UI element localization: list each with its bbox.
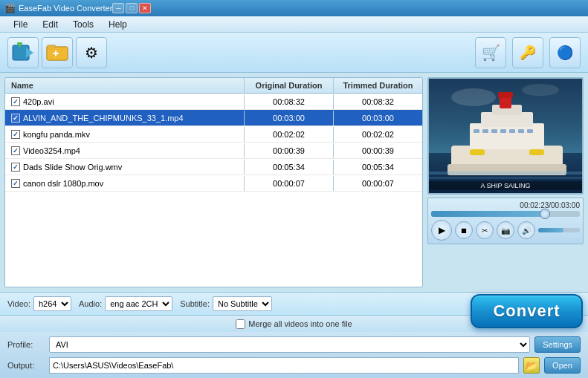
toolbar-left: ⚙ xyxy=(7,37,107,68)
file-checkbox[interactable] xyxy=(11,97,20,106)
file-trimmed-duration: 00:03:00 xyxy=(333,111,422,126)
progress-bar[interactable] xyxy=(431,211,580,217)
svg-rect-24 xyxy=(509,129,515,133)
file-checkbox[interactable] xyxy=(11,179,20,188)
file-checkbox[interactable] xyxy=(11,163,20,172)
capture-button[interactable]: 📷 xyxy=(497,221,514,239)
col-orig-header: Original Duration xyxy=(244,78,333,93)
video-preview: A SHIP SAILING xyxy=(427,77,584,195)
output-label: Output: xyxy=(7,361,45,370)
browse-folder-button[interactable]: 📂 xyxy=(523,357,540,374)
svg-rect-27 xyxy=(470,149,485,155)
svg-rect-25 xyxy=(518,129,524,133)
video-preview-bg: A SHIP SAILING xyxy=(429,79,582,193)
audio-option-label: Audio: xyxy=(79,299,102,308)
menu-tools[interactable]: Tools xyxy=(65,18,101,31)
svg-rect-26 xyxy=(527,129,533,133)
file-original-duration: 00:00:39 xyxy=(244,143,333,158)
file-list-body: 420p.avi 00:08:32 00:08:32 ALVIN_AND_THE… xyxy=(5,94,422,287)
add-folder-button[interactable] xyxy=(42,37,73,68)
stop-button[interactable]: ⏹ xyxy=(455,221,473,239)
video-overlay-text: A SHIP SAILING xyxy=(429,181,582,190)
menu-edit[interactable]: Edit xyxy=(35,18,65,31)
settings-button[interactable]: ⚙ xyxy=(76,37,107,68)
menu-file[interactable]: File xyxy=(6,18,35,31)
file-original-duration: 00:03:00 xyxy=(244,111,333,126)
toolbar-right: 🛒 🔑 🔵 xyxy=(475,37,581,68)
app-title: EaseFab Video Converter xyxy=(19,4,112,13)
window-controls: ─ □ ✕ xyxy=(112,3,151,13)
titlebar: 🎬 EaseFab Video Converter ─ □ ✕ xyxy=(0,0,588,16)
file-original-duration: 00:00:07 xyxy=(244,176,333,191)
subtitle-option-group: Subtitle: No Subtitle xyxy=(180,296,272,311)
file-original-duration: 00:02:02 xyxy=(244,127,333,142)
video-select[interactable]: h264 xyxy=(33,296,71,311)
file-original-duration: 00:08:32 xyxy=(244,94,333,109)
video-option-label: Video: xyxy=(7,299,30,308)
svg-rect-22 xyxy=(491,129,497,133)
menu-help[interactable]: Help xyxy=(101,18,135,31)
file-list-header: Name Original Duration Trimmed Duration xyxy=(5,78,422,94)
file-name: canon dslr 1080p.mov xyxy=(23,179,103,188)
app-icon: 🎬 xyxy=(4,3,16,13)
audio-option-group: Audio: eng aac 2CH xyxy=(79,296,172,311)
file-trimmed-duration: 00:00:07 xyxy=(333,176,422,191)
profile-settings-button[interactable]: Settings xyxy=(534,336,581,353)
svg-marker-1 xyxy=(26,48,33,58)
svg-rect-21 xyxy=(482,129,488,133)
col-trim-header: Trimmed Duration xyxy=(333,78,422,93)
maximize-button[interactable]: □ xyxy=(126,3,138,13)
profile-row: Profile: AVI Settings xyxy=(7,336,581,353)
progress-thumb[interactable] xyxy=(540,209,550,219)
svg-rect-15 xyxy=(470,123,544,149)
trim-button[interactable]: ✂ xyxy=(476,221,494,239)
table-row[interactable]: 420p.avi 00:08:32 00:08:32 xyxy=(5,94,422,110)
table-row[interactable]: Video3254.mp4 00:00:39 00:00:39 xyxy=(5,143,422,159)
close-button[interactable]: ✕ xyxy=(139,3,151,13)
subtitle-select[interactable]: No Subtitle xyxy=(213,296,272,311)
table-row[interactable]: ALVIN_AND_THE_CHIPMUNKS_33_1.mp4 00:03:0… xyxy=(5,110,422,126)
file-checkbox[interactable] xyxy=(11,114,20,123)
table-row[interactable]: kongfu panda.mkv 00:02:02 00:02:02 xyxy=(5,126,422,143)
svg-rect-30 xyxy=(429,177,584,179)
svg-rect-28 xyxy=(529,149,544,155)
file-name: Dads Slide Show Orig.wmv xyxy=(23,163,122,172)
merge-label[interactable]: Merge all videos into one file xyxy=(236,319,352,329)
main-content: Name Original Duration Trimmed Duration … xyxy=(0,73,588,292)
video-option-group: Video: h264 xyxy=(7,296,71,311)
profile-select[interactable]: AVI xyxy=(49,336,530,353)
file-name: ALVIN_AND_THE_CHIPMUNKS_33_1.mp4 xyxy=(23,114,184,123)
bottom-wrapper: Video: h264 Audio: eng aac 2CH Subtitle:… xyxy=(0,292,588,378)
audio-select[interactable]: eng aac 2CH xyxy=(105,296,172,311)
subtitle-option-label: Subtitle: xyxy=(180,299,210,308)
file-trimmed-duration: 00:05:34 xyxy=(333,160,422,175)
table-row[interactable]: Dads Slide Show Orig.wmv 00:05:34 00:05:… xyxy=(5,159,422,175)
merge-checkbox[interactable] xyxy=(236,319,245,329)
convert-button[interactable]: Convert xyxy=(471,294,582,328)
svg-rect-3 xyxy=(17,42,22,45)
file-trimmed-duration: 00:00:39 xyxy=(333,143,422,158)
table-row[interactable]: canon dslr 1080p.mov 00:00:07 00:00:07 xyxy=(5,175,422,192)
volume-button[interactable]: 🔊 xyxy=(517,221,535,239)
help-button[interactable]: 🔵 xyxy=(549,37,581,68)
svg-point-12 xyxy=(522,84,559,96)
file-trimmed-duration: 00:02:02 xyxy=(333,127,422,142)
file-checkbox[interactable] xyxy=(11,146,20,155)
key-button[interactable]: 🔑 xyxy=(512,37,543,68)
file-name: Video3254.mp4 xyxy=(23,146,80,155)
shop-button[interactable]: 🛒 xyxy=(475,37,506,68)
toolbar: ⚙ 🛒 🔑 🔵 xyxy=(0,33,588,73)
add-video-button[interactable] xyxy=(7,37,39,68)
file-name: 420p.avi xyxy=(23,97,54,106)
file-checkbox[interactable] xyxy=(11,130,20,139)
volume-slider[interactable] xyxy=(538,228,580,232)
output-path-input[interactable] xyxy=(49,357,519,374)
preview-panel: A SHIP SAILING 00:02:23/00:03:00 ▶ ⏹ ✂ 📷… xyxy=(427,77,584,287)
minimize-button[interactable]: ─ xyxy=(112,3,124,13)
file-list-panel: Name Original Duration Trimmed Duration … xyxy=(4,77,423,287)
play-button[interactable]: ▶ xyxy=(431,220,452,241)
open-folder-button[interactable]: Open xyxy=(544,357,581,374)
menubar: File Edit Tools Help xyxy=(0,16,588,33)
playback-controls: ▶ ⏹ ✂ 📷 🔊 xyxy=(431,220,580,241)
svg-point-11 xyxy=(451,88,496,106)
